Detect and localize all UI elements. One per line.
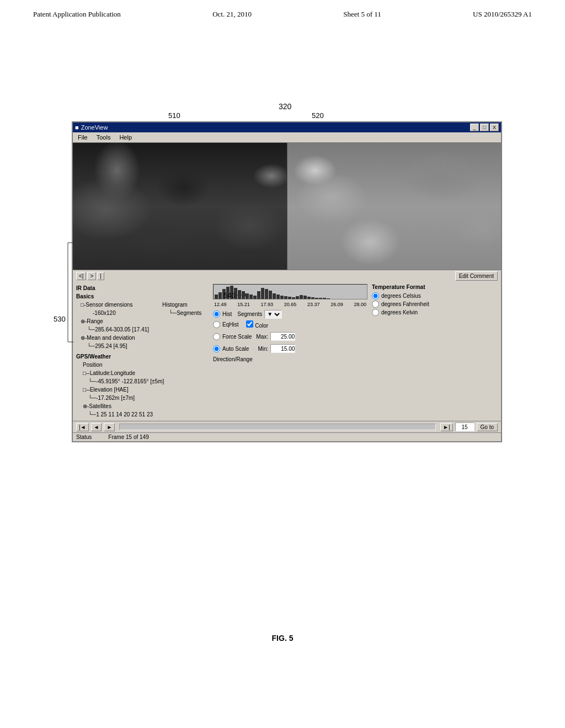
bracket-530 — [65, 237, 76, 347]
image-area — [73, 143, 501, 270]
min-input[interactable] — [270, 344, 295, 353]
eqhist-label: EqHist — [222, 322, 238, 328]
auto-scale-row[interactable]: Auto Scale Min: — [213, 344, 295, 353]
mean-value: └─295.24 [4.95] — [81, 342, 149, 350]
hist-bar-30 — [327, 298, 330, 299]
lat-lon-value: └─-45.9195° -122.8165° [±5m] — [76, 377, 209, 386]
segments-field-label: Segments — [237, 311, 262, 317]
fig-caption: FIG. 5 — [272, 634, 294, 643]
kelvin-label: degrees Kelvin — [381, 309, 418, 315]
hist-bar-20 — [288, 297, 291, 299]
kelvin-row[interactable]: degrees Kelvin — [372, 309, 498, 316]
menu-bar: File Tools Help — [73, 132, 501, 143]
middle-data-panel: 12.49 15.21 17.93 20.65 23.37 26.09 28.0… — [213, 284, 367, 419]
nav-forward-button[interactable]: ► — [104, 423, 115, 431]
fahrenheit-radio[interactable] — [372, 301, 379, 308]
nav-buttons[interactable]: <| > | — [76, 272, 104, 280]
title-bar: ■ ZoneView _ □ X — [73, 122, 501, 132]
frame-info: Frame 15 of 149 — [108, 434, 148, 440]
color-checkbox[interactable] — [246, 320, 253, 328]
auto-scale-radio[interactable] — [213, 345, 220, 352]
force-scale-label: Force Scale — [222, 334, 252, 340]
nav-scrollbar[interactable] — [119, 424, 436, 430]
max-input[interactable] — [270, 332, 295, 341]
zoneview-window: ■ ZoneView _ □ X File Tools Help <| > | … — [72, 121, 502, 442]
force-scale-radio[interactable] — [213, 333, 220, 340]
hist-bar-29 — [323, 298, 326, 299]
lat-lon-label: □--Latitude:Longitude — [76, 369, 209, 377]
window-controls[interactable]: _ □ X — [470, 124, 499, 131]
image-panel-left — [73, 143, 287, 270]
hist-bar-14 — [265, 289, 268, 299]
help-menu[interactable]: Help — [118, 133, 134, 141]
nav-left-button[interactable]: <| — [76, 272, 86, 280]
mean-deviation-label: ⊕-Mean and deviation — [81, 334, 149, 342]
scale-val-1: 12.49 — [214, 302, 227, 307]
maximize-button[interactable]: □ — [480, 124, 489, 131]
nav-prev-button[interactable]: ◄ — [91, 423, 102, 431]
sensor-dim-value: -160x120 — [81, 309, 149, 317]
edit-comment-button[interactable]: Edit Comment — [455, 271, 498, 281]
hist-bar-15 — [269, 291, 272, 299]
minimize-button[interactable]: _ — [470, 124, 479, 131]
status-label: Status — [76, 434, 92, 440]
histogram-scale: 12.49 15.21 17.93 20.65 23.37 26.09 28.0… — [213, 302, 367, 307]
window-title: ZoneView — [81, 124, 108, 131]
window-icon: ■ — [75, 124, 79, 131]
hist-bar-13 — [261, 288, 264, 299]
color-label: Color — [255, 323, 268, 329]
nav-start-button[interactable]: |◄ — [76, 423, 89, 431]
hist-radio[interactable] — [213, 311, 220, 318]
segments-label: └─Segments — [162, 310, 201, 316]
color-checkbox-area[interactable]: Color — [246, 320, 268, 329]
sensor-dimensions-label: □-Sensor dimensions — [81, 301, 149, 309]
hist-bar-11 — [253, 296, 257, 299]
eqhist-radio[interactable] — [213, 321, 220, 328]
force-scale-row[interactable]: Force Scale Max: — [213, 332, 295, 341]
elevation-label: □--Elevation [HAE] — [76, 386, 209, 394]
celsius-radio[interactable] — [372, 292, 379, 299]
celsius-label: degrees Celsius — [381, 293, 421, 299]
eqhist-radio-row[interactable]: EqHist Color — [213, 320, 367, 329]
tools-menu[interactable]: Tools — [95, 133, 113, 141]
range-value: └─285.64-303.05 [17.41] — [81, 325, 149, 334]
left-data-panel: IR Data Basics □-Sensor dimensions -160x… — [76, 284, 209, 419]
image-panel-right — [287, 143, 501, 270]
nav-play-button[interactable]: > — [87, 272, 96, 280]
hist-bar-10 — [249, 295, 253, 299]
frame-number-input[interactable] — [455, 422, 475, 431]
nav-bar-button[interactable]: | — [97, 272, 104, 280]
header-right: US 2010/265329 A1 — [473, 10, 532, 19]
segments-dropdown[interactable]: ▼ — [264, 310, 282, 319]
svg-marker-9 — [244, 293, 247, 297]
position-label: Position — [76, 361, 209, 369]
hist-bar-17 — [276, 295, 280, 299]
bottom-nav: |◄ ◄ ► ►| Go to — [73, 421, 501, 432]
scale-val-6: 26.09 — [331, 302, 343, 307]
scale-val-3: 17.93 — [260, 302, 273, 307]
temp-format-label: Temperature Format — [372, 284, 498, 290]
ir-data-label: IR Data — [76, 284, 209, 292]
hist-bar-21 — [292, 297, 295, 299]
hist-bar-25 — [307, 297, 311, 299]
hist-bar-26 — [311, 297, 315, 299]
hist-radio-row[interactable]: Hist — [213, 311, 232, 318]
hist-bar-16 — [273, 293, 276, 299]
hist-bar-12 — [257, 291, 260, 299]
scale-val-7: 28.00 — [354, 302, 366, 307]
fahrenheit-row[interactable]: degrees Fahrenheit — [372, 301, 498, 308]
hist-bar-23 — [300, 295, 303, 299]
celsius-row[interactable]: degrees Celsius — [372, 292, 498, 299]
label-530: 530 — [54, 315, 66, 323]
close-button[interactable]: X — [490, 124, 499, 131]
file-menu[interactable]: File — [76, 133, 89, 141]
nav-end-button[interactable]: ►| — [440, 423, 453, 431]
histogram-label: Histogram — [162, 302, 188, 308]
header-left: Patent Application Publication — [33, 10, 121, 19]
goto-button[interactable]: Go to — [477, 423, 498, 431]
satellites-value: └─1 25 11 14 20 22 51 23 — [76, 410, 209, 419]
arrow-540 — [231, 290, 247, 301]
scale-val-5: 23.37 — [307, 302, 320, 307]
kelvin-radio[interactable] — [372, 309, 379, 316]
hist-bar-22 — [296, 296, 299, 299]
